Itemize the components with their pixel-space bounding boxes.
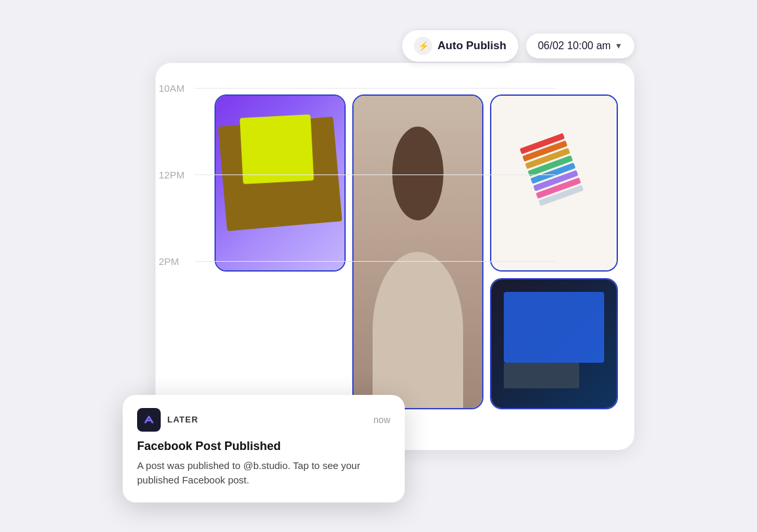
chevron-down-icon: ▼ xyxy=(615,41,623,51)
swatch-strip xyxy=(520,133,584,206)
time-labels: 10AM 12PM 2PM xyxy=(159,63,184,450)
image-notebook xyxy=(215,94,346,272)
auto-publish-text: Auto Publish xyxy=(438,39,506,52)
notification-title: Facebook Post Published xyxy=(137,440,390,453)
app-name-label: LATER xyxy=(167,415,198,424)
notification-time: now xyxy=(373,415,390,425)
scene: ⚡ Auto Publish 06/02 10:00 am ▼ xyxy=(123,30,634,502)
auto-publish-bar: ⚡ Auto Publish 06/02 10:00 am ▼ xyxy=(402,30,634,62)
images-grid xyxy=(215,76,621,409)
image-color-swatches xyxy=(490,94,618,272)
notification-body: A post was published to @b.studio. Tap t… xyxy=(137,459,390,488)
datetime-value: 06/02 10:00 am xyxy=(538,40,611,52)
time-label-12pm: 12PM xyxy=(159,169,184,180)
app-info: LATER xyxy=(137,408,198,432)
bolt-icon: ⚡ xyxy=(414,37,432,55)
time-label-10am: 10AM xyxy=(159,83,184,94)
calendar-card xyxy=(155,63,634,450)
notification-card[interactable]: LATER now Facebook Post Published A post… xyxy=(123,395,405,502)
notification-header: LATER now xyxy=(137,408,390,432)
image-man-portrait xyxy=(352,94,483,409)
auto-publish-pill: ⚡ Auto Publish xyxy=(402,30,518,62)
image-laptop-hands xyxy=(490,278,618,409)
datetime-picker[interactable]: 06/02 10:00 am ▼ xyxy=(526,33,634,58)
time-label-2pm: 2PM xyxy=(159,256,184,267)
app-icon xyxy=(137,408,161,432)
